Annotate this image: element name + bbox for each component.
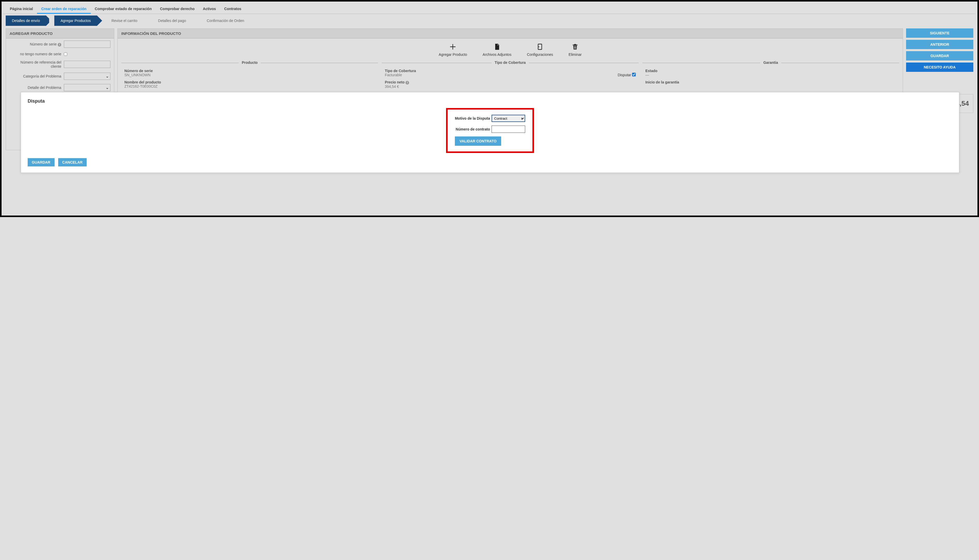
info-icon: i: [406, 81, 409, 85]
checkbox-no-tengo-serie[interactable]: [64, 52, 67, 56]
step-revise-carrito[interactable]: Revise el carrito: [105, 15, 144, 26]
plus-icon: [449, 43, 456, 50]
label-num-serie: Número de serie: [124, 69, 375, 73]
label-categoria-problema: Categoría del Problema: [10, 74, 61, 78]
value-estado-garantia: —: [645, 73, 896, 77]
label-numero-contrato: Número de contrato: [456, 127, 490, 131]
toolbar-label: Agregar Producto: [439, 52, 467, 57]
select-categoria-problema[interactable]: [64, 73, 110, 80]
label-estado-garantia: Estado: [645, 69, 896, 73]
value-precio-neto: 394,54 €: [385, 85, 635, 88]
button-necesito-ayuda[interactable]: NECESITO AYUDA: [906, 63, 973, 72]
step-confirmacion-orden[interactable]: Confirmación de Orden: [200, 15, 250, 26]
button-modal-cancelar[interactable]: CANCELAR: [58, 158, 87, 167]
value-tipo-cobertura: Facturable: [385, 73, 402, 77]
label-disputar: Disputar: [618, 73, 631, 77]
input-numero-contrato[interactable]: [491, 126, 525, 133]
disputa-highlight-box: Motivo de la Disputa Contract ⌄ Número d…: [446, 108, 534, 153]
label-nombre-producto: Nombre del producto: [124, 80, 375, 84]
toolbar-label: Archivos Adjuntos: [483, 52, 511, 57]
button-siguiente[interactable]: SIGUIENTE: [906, 28, 973, 38]
button-modal-guardar[interactable]: GUARDAR: [28, 158, 55, 167]
select-detalle-problema[interactable]: [64, 84, 110, 91]
button-guardar[interactable]: GUARDAR: [906, 51, 973, 60]
label-inicio-garantia: Inicio de la garantía: [645, 80, 896, 84]
tab-comprobar-estado[interactable]: Comprobar estado de reparación: [91, 5, 156, 14]
modal-title: Disputa: [28, 98, 952, 104]
left-panel-header: AGREGAR PRODUCTO: [6, 29, 114, 38]
top-tabs: Página inicial Crear orden de reparación…: [3, 3, 976, 14]
toolbar-agregar-producto[interactable]: Agregar Producto: [439, 43, 467, 57]
tab-comprobar-derecho[interactable]: Comprobar derecho: [156, 5, 199, 14]
workflow-steps: Detalles de envío Agregar Productos Revi…: [6, 15, 973, 26]
fieldset-producto-title: Producto: [239, 60, 261, 65]
step-agregar-productos[interactable]: Agregar Productos: [54, 15, 97, 26]
center-panel-header: INFORMACIÓN DEL PRODUCTO: [118, 29, 903, 38]
value-nombre-producto: ZT42162-T0E00C0Z: [124, 84, 375, 88]
gear-phone-icon: [536, 43, 543, 50]
label-ref-cliente: Número de referencia del cliente: [10, 60, 61, 68]
toolbar-eliminar[interactable]: Eliminar: [569, 43, 582, 57]
label-no-tengo-serie: no tengo numero de serie: [10, 52, 61, 56]
toolbar-label: Eliminar: [569, 52, 582, 57]
value-num-serie: SN_UNKNOWN: [124, 73, 375, 77]
label-motivo-disputa: Motivo de la Disputa: [455, 116, 490, 120]
step-detalles-envio[interactable]: Detalles de envío: [6, 15, 46, 26]
step-detalles-pago[interactable]: Detalles del pago: [152, 15, 192, 26]
tab-crear-orden[interactable]: Crear orden de reparación: [37, 5, 90, 14]
info-icon: i: [58, 43, 61, 47]
product-toolbar: Agregar Producto Archivos Adjuntos Confi…: [118, 38, 903, 63]
button-anterior[interactable]: ANTERIOR: [906, 40, 973, 49]
toolbar-configuraciones[interactable]: Configuraciones: [527, 43, 553, 57]
label-detalle-problema: Detalle del Problema: [10, 85, 61, 90]
disputa-modal: Disputa Motivo de la Disputa Contract ⌄ …: [21, 92, 959, 173]
label-numero-serie: Número de serie i: [10, 42, 61, 47]
fieldset-garantia-title: Garantía: [760, 60, 781, 65]
label-tipo-cobertura: Tipo de Cobertura: [385, 69, 635, 73]
select-motivo-disputa[interactable]: Contract: [491, 115, 525, 122]
checkbox-disputar[interactable]: [632, 73, 636, 76]
tab-activos[interactable]: Activos: [199, 5, 221, 14]
toolbar-archivos-adjuntos[interactable]: Archivos Adjuntos: [483, 43, 511, 57]
fieldset-cobertura-title: Tipo de Cobertura: [491, 60, 529, 65]
trash-icon: [571, 43, 579, 50]
file-icon: [493, 43, 501, 50]
toolbar-label: Configuraciones: [527, 52, 553, 57]
tab-pagina-inicial[interactable]: Página inicial: [6, 5, 37, 14]
label-precio-neto: Precio neto i: [385, 80, 635, 85]
button-validar-contrato[interactable]: VALIDAR CONTRATO: [455, 137, 501, 146]
input-ref-cliente[interactable]: [64, 61, 110, 68]
input-numero-serie[interactable]: [64, 40, 110, 48]
tab-contratos[interactable]: Contratos: [220, 5, 246, 14]
